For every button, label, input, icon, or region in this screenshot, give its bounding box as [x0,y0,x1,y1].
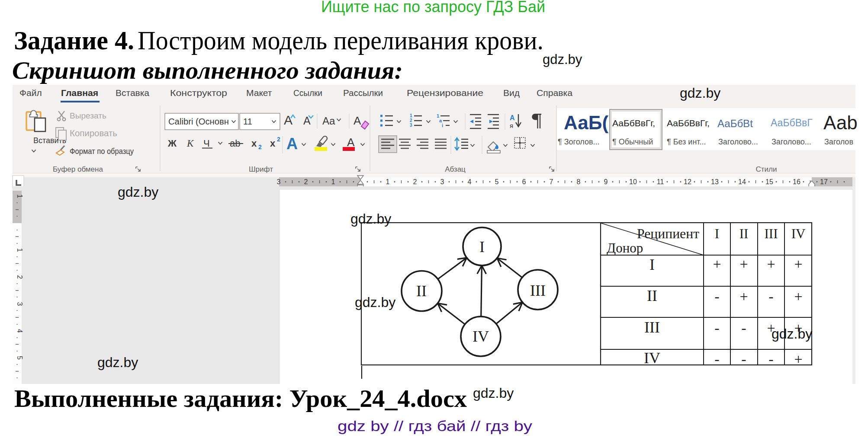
svg-text:Вид: Вид [503,88,520,98]
svg-text:Буфер обмена: Буфер обмена [53,165,103,173]
svg-text:Рецензирование: Рецензирование [407,88,483,98]
svg-text:gdz.by: gdz.by [350,211,391,227]
svg-text:Рассылки: Рассылки [343,88,383,98]
svg-text:Формат по образцу: Формат по образцу [70,147,134,156]
svg-text:Ч: Ч [203,138,210,149]
svg-text:2: 2 [16,275,23,279]
svg-text:Скриншот выполненного задания:: Скриншот выполненного задания: [12,56,403,84]
svg-text:gdz.by: gdz.by [772,326,812,342]
svg-text:11: 11 [243,117,252,126]
svg-text:gdz.by: gdz.by [355,294,395,310]
svg-text:4: 4 [468,178,472,185]
svg-text:-: - [714,288,719,304]
svg-text:gdz by // гдз бай // гдз b: gdz by // гдз бай // гдз by [338,418,532,434]
svg-text:III: III [765,226,778,241]
svg-text:I: I [479,238,485,256]
svg-text:Макет: Макет [246,88,272,98]
svg-text:1: 1 [410,113,412,118]
svg-text:-: - [768,351,773,367]
svg-text:Calibri (Основн: Calibri (Основн [168,117,229,126]
svg-text:12: 12 [684,178,691,185]
svg-text:Справка: Справка [537,88,572,98]
svg-text:-: - [768,288,773,304]
svg-text:А: А [347,136,355,149]
svg-text:Заголов: Заголов [824,137,853,146]
svg-text:10: 10 [629,178,637,185]
svg-text:x: x [270,138,276,149]
svg-text:7: 7 [550,178,553,185]
svg-text:Aa: Aa [322,115,335,127]
svg-text:+: + [739,256,748,272]
svg-text:8: 8 [577,178,581,185]
svg-text:АаБбВt: АаБбВt [717,118,753,129]
svg-text:Реципиент: Реципиент [637,226,699,241]
svg-text:А: А [286,135,298,153]
svg-text:13: 13 [711,178,719,185]
svg-text:gdz.by: gdz.by [543,52,582,67]
svg-text:Ааb: Ааb [823,112,858,133]
svg-text:i: i [442,123,443,128]
svg-text:gdz.by: gdz.by [680,85,720,101]
svg-text:2: 2 [410,118,412,123]
svg-text:АаБбВвГг,: АаБбВвГг, [667,118,710,128]
svg-text:gdz.by: gdz.by [97,355,138,370]
svg-text:4: 4 [16,329,23,333]
svg-text:1: 1 [331,178,335,185]
svg-text:x: x [251,138,257,149]
svg-text:Файл: Файл [19,88,42,98]
svg-text:¶ Зоголов...: ¶ Зоголов... [558,137,600,146]
svg-text:¶ Без инт...: ¶ Без инт... [667,137,706,146]
svg-text:Заголово...: Заголово... [718,137,758,146]
svg-text:А: А [510,114,515,121]
svg-text:Ищите нас по запросу ГДЗ Бай: Ищите нас по запросу ГДЗ Бай [321,0,545,16]
svg-text:Ж: Ж [167,138,177,149]
svg-text:2: 2 [277,136,280,143]
svg-text:Заголово...: Заголово... [772,137,811,146]
svg-text:3: 3 [16,302,23,306]
svg-text:А: А [284,113,293,127]
svg-text:+: + [713,256,721,272]
svg-text:Задание 4.: Задание 4. [14,26,134,55]
svg-text:5: 5 [16,356,23,360]
svg-text:+: + [794,288,802,304]
svg-text:Стили: Стили [756,165,777,173]
svg-text:5: 5 [495,178,499,185]
svg-text:АаБбВвГ: АаБбВвГ [771,117,813,128]
svg-text:Выполненные задания: Урок_24_4: Выполненные задания: Урок_24_4.docx [14,384,467,412]
svg-text:I: I [715,226,719,241]
svg-text:-: - [714,351,719,367]
svg-text:14: 14 [738,178,746,185]
svg-text:III: III [530,282,546,299]
svg-text:3: 3 [410,123,412,128]
svg-text:+: + [794,351,802,367]
svg-text:Построим модель переливания кр: Построим модель переливания крови. [138,26,543,55]
svg-text:1: 1 [16,248,23,252]
svg-text:II: II [416,282,427,300]
svg-text:15: 15 [765,178,773,185]
svg-text:АаБбВвГг,: АаБбВвГг, [612,118,655,128]
svg-text:-: - [741,320,746,336]
svg-text:II: II [647,287,657,304]
svg-text:II: II [739,226,749,241]
svg-text:2: 2 [304,178,308,185]
svg-text:я: я [510,122,513,129]
svg-text:1: 1 [386,178,390,185]
svg-text:3: 3 [277,178,281,185]
svg-text:3: 3 [440,178,444,185]
svg-text:Вырезать: Вырезать [70,111,106,120]
svg-text:Абзац: Абзац [445,165,466,173]
svg-text:+: + [767,256,775,272]
svg-text:9: 9 [604,178,608,185]
svg-text:Главная: Главная [61,88,98,98]
svg-text:1: 1 [16,194,23,198]
svg-text:III: III [644,319,660,336]
svg-text:Копировать: Копировать [70,128,117,138]
svg-text:11: 11 [657,178,664,185]
svg-text:Шрифт: Шрифт [249,165,273,173]
svg-text:¶ Обычный: ¶ Обычный [612,137,653,146]
svg-text:Донор: Донор [607,240,643,256]
svg-text:АаБ(: АаБ( [564,112,608,133]
svg-text:Вставка: Вставка [116,88,149,98]
svg-text:Конструктор: Конструктор [170,88,227,98]
svg-text:IV: IV [473,328,489,345]
